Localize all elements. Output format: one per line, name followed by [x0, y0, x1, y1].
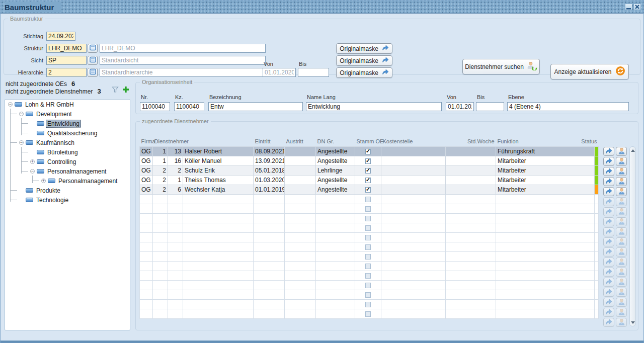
- stamm-oe-checkbox[interactable]: [365, 158, 371, 164]
- tree-item-kaufm-nnisch[interactable]: −Kaufmännisch: [5, 138, 130, 147]
- cell: [381, 185, 446, 194]
- tree-item-lohn-hr-gmbh[interactable]: −Lohn & HR GmbH: [5, 100, 130, 109]
- hierarchie-code-input[interactable]: [46, 68, 87, 77]
- grid-lookup-icon: [90, 68, 96, 76]
- dienstnehmer-suchen-button[interactable]: Dienstnehmer suchen: [462, 59, 540, 74]
- close-button[interactable]: [633, 4, 641, 10]
- filter-icon[interactable]: [112, 86, 119, 95]
- cell: 05.01.2018: [254, 165, 285, 175]
- col-firma: Firma: [141, 138, 155, 144]
- forward-arrow-icon: [382, 45, 389, 52]
- org-node-icon: [26, 112, 33, 116]
- ebene-input[interactable]: [507, 102, 629, 111]
- sicht-name-input[interactable]: [100, 56, 266, 65]
- minimize-button[interactable]: [625, 4, 632, 10]
- stamm-oe-checkbox: [365, 302, 371, 307]
- originalmaske-button-sicht[interactable]: Originalmaske: [336, 55, 392, 66]
- row-open-button[interactable]: [603, 177, 614, 186]
- forward-arrow-icon: [605, 178, 612, 186]
- row-open-button[interactable]: [603, 167, 614, 176]
- stichtag-input[interactable]: [46, 32, 75, 41]
- stamm-oe-checkbox[interactable]: [365, 149, 371, 154]
- tree-item-personalmanagement[interactable]: +Personalmanagement: [5, 176, 130, 186]
- table-scrollbar[interactable]: [629, 146, 636, 326]
- collapse-icon[interactable]: −: [30, 169, 35, 174]
- tree-item-label: Lohn & HR GmbH: [24, 101, 75, 108]
- originalmaske-button-hierarchie[interactable]: Originalmaske: [336, 67, 392, 78]
- cell: OG: [140, 165, 153, 175]
- expand-icon[interactable]: +: [41, 179, 46, 183]
- collapse-icon[interactable]: −: [19, 112, 24, 116]
- hierarchie-name-input[interactable]: [100, 68, 266, 77]
- bis-input[interactable]: [298, 68, 329, 77]
- von-input[interactable]: [446, 102, 474, 111]
- struktur-code-input[interactable]: [46, 44, 87, 53]
- expand-icon[interactable]: +: [30, 159, 35, 164]
- row-person-button: [616, 207, 627, 216]
- collapse-icon[interactable]: −: [19, 140, 24, 145]
- grid-lookup-icon: [90, 44, 96, 52]
- von-input[interactable]: [263, 68, 296, 77]
- sicht-lookup-button[interactable]: [88, 56, 98, 65]
- row-open-button[interactable]: [603, 187, 614, 196]
- tree-connector: [10, 142, 17, 143]
- org-node-icon: [26, 198, 33, 202]
- collapse-icon[interactable]: −: [8, 102, 13, 107]
- stichtag-label: Stichtag: [5, 32, 43, 41]
- plus-icon[interactable]: [122, 86, 129, 95]
- employee-row-empty: [140, 242, 599, 251]
- originalmaske-button-struktur[interactable]: Originalmaske: [336, 43, 392, 54]
- row-person-button[interactable]: [616, 177, 627, 186]
- tree-item-qualit-tssicherung[interactable]: Qualitätssicherung: [5, 128, 130, 138]
- tree-item-technologie[interactable]: Technologie: [5, 195, 130, 205]
- kz-input[interactable]: [174, 102, 204, 111]
- person-icon: [618, 218, 625, 226]
- tree-item-controlling[interactable]: +Controlling: [5, 157, 130, 166]
- tree-item-produkte[interactable]: Produkte: [5, 186, 130, 195]
- employee-row[interactable]: OG116Köller Manuel13.09.2021AngestellteM…: [140, 156, 599, 165]
- employee-row[interactable]: OG113Halser Robert08.09.2021AngestellteF…: [140, 146, 599, 156]
- employee-table: Firma Dienstnehmer Eintritt Austritt DN …: [139, 136, 599, 319]
- stamm-oe-checkbox[interactable]: [365, 168, 371, 174]
- struktur-name-input[interactable]: [100, 44, 266, 53]
- cell: [285, 175, 316, 185]
- employee-row-empty: [140, 280, 599, 290]
- nr-input[interactable]: [140, 102, 170, 111]
- bis-input[interactable]: [476, 102, 504, 111]
- bezeichnung-input[interactable]: [208, 102, 303, 111]
- employee-row[interactable]: OG26Wechsler Katja01.01.2019AngestellteM…: [140, 185, 599, 194]
- tree-item-development[interactable]: −Development: [5, 109, 130, 119]
- close-icon: [635, 5, 639, 9]
- ebene-label: Ebene: [508, 94, 524, 100]
- cell: [446, 175, 496, 185]
- stamm-oe-checkbox[interactable]: [365, 187, 371, 193]
- tree-item-entwicklung[interactable]: Entwicklung: [5, 119, 130, 128]
- tree-item-personalmanagement[interactable]: −Personalmanagement: [5, 166, 130, 176]
- employee-row[interactable]: OG21Theiss Thomas01.03.2020AngestellteMi…: [140, 175, 599, 185]
- row-person-button[interactable]: [616, 167, 627, 176]
- employee-row[interactable]: OG22Schulz Erik05.01.2018LehrlingeMitarb…: [140, 165, 599, 175]
- scroll-up-button[interactable]: [630, 148, 635, 153]
- sicht-code-input[interactable]: [46, 56, 87, 65]
- employee-row-empty: [140, 309, 599, 318]
- anzeige-aktualisieren-button[interactable]: Anzeige aktualisieren: [550, 64, 629, 79]
- employee-row-empty: [140, 299, 599, 309]
- hierarchie-lookup-button[interactable]: [88, 68, 98, 77]
- tree-connector: [10, 114, 17, 114]
- stamm-oe-checkbox[interactable]: [365, 178, 371, 183]
- row-person-button[interactable]: [616, 187, 627, 196]
- refresh-icon: [615, 66, 625, 77]
- row-open-button[interactable]: [603, 147, 614, 156]
- forward-arrow-icon: [605, 208, 612, 216]
- org-tree: −Lohn & HR GmbH−DevelopmentEntwicklungQu…: [5, 99, 130, 330]
- status-bar: [595, 185, 599, 194]
- row-person-button[interactable]: [616, 157, 627, 166]
- row-open-button[interactable]: [603, 157, 614, 166]
- struktur-lookup-button[interactable]: [88, 44, 98, 53]
- cell: [446, 185, 496, 194]
- scroll-down-button[interactable]: [630, 320, 635, 325]
- tree-item-b-roleitung[interactable]: Büroleitung: [5, 147, 130, 157]
- row-person-button[interactable]: [616, 147, 627, 156]
- stamm-oe-checkbox: [365, 283, 371, 288]
- name-lang-input[interactable]: [306, 102, 442, 111]
